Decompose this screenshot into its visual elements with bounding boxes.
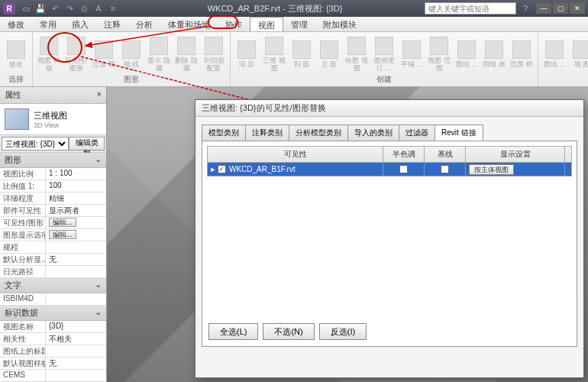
minimize-button[interactable]: — xyxy=(536,3,551,14)
prop-value[interactable]: 显示两者 xyxy=(46,205,106,216)
ribbon-btn-2-3[interactable]: 立 面 xyxy=(316,34,342,74)
ribbon-btn-2-7[interactable]: 视图 范围 xyxy=(426,34,452,74)
prop-value[interactable]: 不相关 xyxy=(46,333,106,345)
prop-value[interactable] xyxy=(46,266,106,277)
dialog-tab-4[interactable]: 过滤器 xyxy=(399,125,435,141)
ribbon-btn-1-1[interactable]: 可见性/ 图形 xyxy=(63,34,89,74)
ribbon-btn-2-9[interactable]: 明细 表 xyxy=(481,34,507,74)
qat-print-icon[interactable]: ⎙ xyxy=(78,2,90,15)
prop-value[interactable]: 无 xyxy=(46,254,106,265)
prop-value[interactable]: {3D} xyxy=(46,321,106,332)
prop-section-header[interactable]: 图形⌄ xyxy=(0,153,106,168)
prop-value[interactable] xyxy=(46,241,106,253)
ribbon-btn-3-1[interactable]: 视 图 xyxy=(569,34,588,74)
prop-value[interactable]: 编辑... xyxy=(46,217,106,228)
prop-label: 相关性 xyxy=(0,333,46,345)
prop-value[interactable] xyxy=(46,370,106,381)
ribbon-btn-icon xyxy=(265,37,283,55)
column-header[interactable]: 半色调 xyxy=(383,147,425,162)
ribbon-btn-2-6[interactable]: 平铺 ... xyxy=(399,34,425,74)
qat-save-icon[interactable]: 💾 xyxy=(34,2,47,15)
prop-edit-button[interactable]: 编辑... xyxy=(49,218,76,227)
ribbon-btn-2-1[interactable]: 三维 视图 xyxy=(261,34,287,74)
prop-section-header[interactable]: 标识数据⌄ xyxy=(0,306,106,321)
menu-tab-0[interactable]: 修改 xyxy=(0,17,32,31)
menu-tab-7[interactable]: 视图 xyxy=(250,17,283,31)
prop-section-header[interactable]: 文字⌄ xyxy=(0,278,106,293)
ribbon-btn-0-0[interactable]: 修改 xyxy=(3,34,29,74)
ribbon-btn-1-2[interactable]: 过滤 器 xyxy=(91,34,117,74)
underlay-checkbox[interactable] xyxy=(441,165,449,173)
prop-value[interactable]: 精细 xyxy=(46,193,106,204)
qat-redo-icon[interactable]: ↷ xyxy=(63,2,76,15)
ribbon-btn-icon xyxy=(237,40,256,59)
prop-value[interactable]: 编辑... xyxy=(46,229,106,241)
menu-tab-8[interactable]: 管理 xyxy=(283,17,315,31)
ribbon-btn-1-6[interactable]: 剖切面 配置 xyxy=(201,34,227,74)
ribbon-btn-3-0[interactable]: 图纸 ... xyxy=(541,34,567,74)
ribbon-btn-icon xyxy=(430,37,448,55)
display-settings-cell[interactable]: 按主体视图 xyxy=(466,163,565,176)
link-row[interactable]: ▸✓WKCD_AR_B1F.rvt按主体视图 xyxy=(207,163,572,176)
visibility-checkbox[interactable]: ✓ xyxy=(218,165,226,173)
ribbon-btn-label: 明细 表 xyxy=(483,60,506,68)
dialog-tab-5[interactable]: Revit 链接 xyxy=(435,125,483,141)
ribbon-btn-2-5[interactable]: 图例更订 ... xyxy=(371,34,397,74)
underlay-cell[interactable] xyxy=(425,163,466,176)
ribbon-btn-2-10[interactable]: 范围 框 xyxy=(509,34,535,74)
qat-text-icon[interactable]: A xyxy=(92,2,105,15)
menu-tab-4[interactable]: 分析 xyxy=(128,17,160,31)
ribbon-btn-label: 立 面 xyxy=(321,60,338,68)
dialog-tab-2[interactable]: 分析模型类别 xyxy=(289,125,348,141)
dialog-tab-0[interactable]: 模型类别 xyxy=(202,125,246,141)
help-icon[interactable]: ? xyxy=(519,2,531,15)
ribbon-btn-1-3[interactable]: 细 线 xyxy=(118,34,144,74)
ribbon-btn-1-4[interactable]: 显示 隐藏 xyxy=(146,34,172,74)
ribbon-btn-1-0[interactable]: 视图 样板 xyxy=(36,34,62,74)
ribbon-btn-2-8[interactable]: 图纸 ... xyxy=(454,34,480,74)
search-input[interactable] xyxy=(425,2,516,15)
select-all-button[interactable]: 全选(L) xyxy=(208,323,258,340)
select-none-button[interactable]: 不选(N) xyxy=(263,323,314,340)
ribbon-btn-2-4[interactable]: 绘图 视图 xyxy=(344,34,370,74)
prop-value[interactable]: 100 xyxy=(46,180,106,192)
column-header[interactable]: 可见性 xyxy=(208,147,383,162)
dialog-tab-3[interactable]: 导入的类别 xyxy=(347,125,399,141)
prop-value[interactable]: 无 xyxy=(46,358,106,369)
halftone-checkbox[interactable] xyxy=(399,165,408,173)
type-selector[interactable]: 三维视图: {3D} xyxy=(2,137,69,151)
qat-more-icon[interactable]: ≡ xyxy=(107,2,119,15)
close-button[interactable]: ✕ xyxy=(570,3,585,14)
properties-close-icon[interactable]: × xyxy=(97,89,102,101)
prop-value[interactable] xyxy=(46,293,106,305)
column-header[interactable]: 基线 xyxy=(425,147,466,162)
edit-type-button[interactable]: 编辑类型 xyxy=(69,137,105,151)
prop-value[interactable]: 1 : 100 xyxy=(46,168,106,180)
qat-open-icon[interactable]: ▭ xyxy=(20,2,32,15)
dialog-tab-1[interactable]: 注释类别 xyxy=(245,125,289,141)
invert-button[interactable]: 反选(I) xyxy=(319,323,367,340)
menu-tab-9[interactable]: 附加模块 xyxy=(315,17,364,31)
link-visibility-cell[interactable]: ▸✓WKCD_AR_B1F.rvt xyxy=(208,163,383,176)
ribbon-btn-label: 显示 隐藏 xyxy=(147,57,170,72)
ribbon-btn-2-0[interactable]: 渲 染 xyxy=(234,34,260,74)
ribbon: 修改选择视图 样板可见性/ 图形过滤 器细 线显示 隐藏删除 隐藏剖切面 配置图… xyxy=(0,32,588,87)
app-icon[interactable]: R xyxy=(3,2,15,15)
column-header[interactable]: 显示设置 xyxy=(466,147,565,162)
halftone-cell[interactable] xyxy=(383,163,425,176)
prop-row: 部件可见性显示两者 xyxy=(0,205,106,217)
qat-undo-icon[interactable]: ↶ xyxy=(49,2,61,15)
prop-row: 日光路径 xyxy=(0,266,106,278)
prop-edit-button[interactable]: 编辑... xyxy=(49,230,76,239)
display-settings-button[interactable]: 按主体视图 xyxy=(469,164,514,175)
prop-label: CEMS xyxy=(0,370,46,381)
menu-tab-2[interactable]: 插入 xyxy=(64,17,96,31)
menu-tab-5[interactable]: 体量和场地 xyxy=(160,17,218,31)
ribbon-btn-2-2[interactable]: 剖 面 xyxy=(289,34,315,74)
menu-tab-1[interactable]: 常用 xyxy=(32,17,64,31)
menu-tab-6[interactable]: 协作 xyxy=(218,17,250,31)
menu-tab-3[interactable]: 注释 xyxy=(96,17,128,31)
ribbon-btn-1-5[interactable]: 删除 隐藏 xyxy=(173,34,199,74)
prop-value[interactable] xyxy=(46,345,106,357)
maximize-button[interactable]: ▢ xyxy=(553,3,568,14)
